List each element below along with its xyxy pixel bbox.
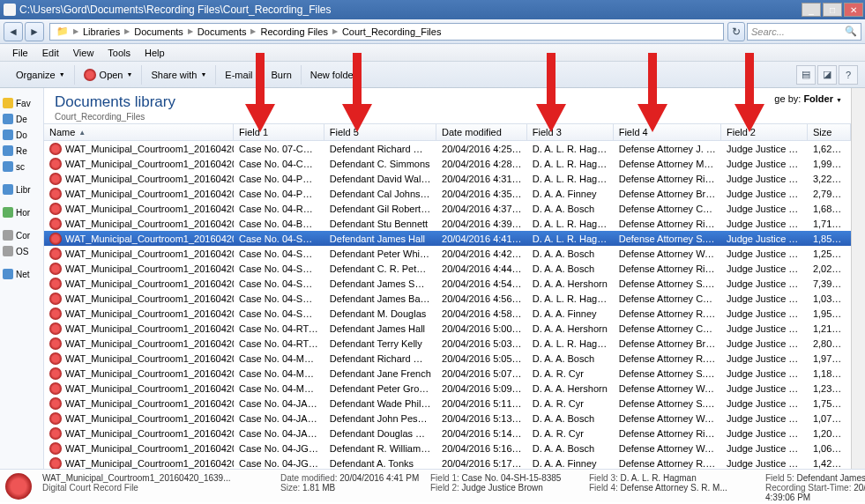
preview-pane-button[interactable]: ◪ (817, 65, 837, 85)
breadcrumb[interactable]: 📁▶Libraries▶Documents▶Documents▶Recordin… (49, 23, 724, 41)
table-row[interactable]: WAT_Municipal_Courtroom1_20160420_165835… (44, 321, 851, 336)
sidebar-item[interactable]: Hor (0, 204, 43, 220)
close-button[interactable]: ✕ (844, 3, 863, 17)
crumb-root[interactable]: 📁 (54, 26, 71, 37)
menu-file[interactable]: File (5, 48, 35, 58)
email-button[interactable]: E-mail (216, 65, 262, 85)
cell-name: WAT_Municipal_Courtroom1_20160420_164446… (44, 278, 234, 290)
organize-button[interactable]: Organize ▼ (7, 65, 75, 85)
table-row[interactable]: WAT_Municipal_Courtroom1_20160420_170557… (44, 366, 851, 381)
table-row[interactable]: WAT_Municipal_Courtroom1_20160420_162255… (44, 141, 851, 156)
column-header[interactable]: Field 2 (721, 124, 808, 140)
sidebar-item[interactable]: Cor (0, 227, 43, 243)
table-row[interactable]: WAT_Municipal_Courtroom1_20160420_165606… (44, 306, 851, 321)
sidebar-item-label: Hor (16, 208, 30, 218)
column-header[interactable]: Field 1 (234, 124, 324, 140)
column-header[interactable]: Date modified (436, 124, 527, 140)
forward-button[interactable]: ► (25, 22, 44, 41)
cell-field5: Defendant A. Tonks (324, 458, 436, 469)
maximize-button[interactable]: □ (823, 3, 842, 17)
cell-field3: D. A. A. Hershorn (527, 383, 614, 394)
sidebar-item[interactable]: sc (0, 159, 43, 174)
table-row[interactable]: WAT_Municipal_Courtroom1_20160420_162834… (44, 171, 851, 186)
table-row[interactable]: WAT_Municipal_Courtroom1_20160420_171440… (44, 441, 851, 456)
dcr-file-icon (49, 233, 62, 245)
menu-view[interactable]: View (66, 48, 101, 58)
cell-field4: Defense Attorney R. Gannon (614, 308, 721, 319)
cell-field3: D. A. A. Bosch (527, 204, 614, 214)
minimize-button[interactable]: _ (802, 3, 821, 17)
table-row[interactable]: WAT_Municipal_Courtroom1_20160420_163152… (44, 186, 851, 201)
menu-tools[interactable]: Tools (101, 48, 138, 58)
column-header[interactable]: Name▲ (44, 124, 234, 140)
menubar: FileEditViewToolsHelp (0, 44, 865, 62)
table-row[interactable]: WAT_Municipal_Courtroom1_20160420_164446… (44, 276, 851, 291)
cell-name: WAT_Municipal_Courtroom1_20160420_165835… (44, 322, 234, 335)
file-list[interactable]: WAT_Municipal_Courtroom1_20160420_162255… (44, 141, 851, 469)
crumb[interactable]: Documents (195, 26, 250, 37)
table-row[interactable]: WAT_Municipal_Courtroom1_20160420_171154… (44, 411, 851, 426)
cell-field4: Defense Attorney S. R. Mac... (614, 398, 721, 409)
table-row[interactable]: WAT_Municipal_Courtroom1_20160420_170004… (44, 336, 851, 351)
dcr-file-icon (49, 218, 62, 230)
cell-field4: Defense Attorney Carla Wri... (614, 323, 721, 334)
cell-field2: Judge Justice Right (721, 263, 808, 274)
sidebar-item-label: OS (16, 247, 28, 256)
view-button[interactable]: ▤ (796, 65, 816, 85)
sidebar-item[interactable]: Do (0, 127, 43, 143)
sidebar-item[interactable]: De (0, 111, 43, 127)
table-row[interactable]: WAT_Municipal_Courtroom1_20160420_164102… (44, 246, 851, 261)
sidebar-item[interactable]: Re (0, 143, 43, 159)
help-button[interactable]: ? (839, 65, 858, 85)
folder-icon (3, 207, 13, 218)
open-button[interactable]: Open ▼ (75, 65, 143, 85)
back-button[interactable]: ◄ (4, 22, 23, 41)
table-row[interactable]: WAT_Municipal_Courtroom1_20160420_170914… (44, 396, 851, 411)
table-row[interactable]: WAT_Municipal_Courtroom1_20160420_171312… (44, 426, 851, 441)
menu-help[interactable]: Help (138, 48, 172, 58)
share-button[interactable]: Share with ▼ (142, 65, 216, 85)
column-header[interactable]: Field 3 (527, 124, 614, 140)
menu-edit[interactable]: Edit (35, 48, 66, 58)
cell-size: 1,858 KB (808, 233, 851, 244)
crumb[interactable]: Documents (131, 26, 186, 37)
sidebar-item[interactable]: OS (0, 243, 43, 259)
crumb[interactable]: Court_Recording_Files (339, 26, 444, 37)
cell-name: WAT_Municipal_Courtroom1_20160420_163518… (44, 203, 234, 215)
cell-field3: D. A. A. Bosch (527, 248, 614, 259)
cell-date: 20/04/2016 4:56 PM (436, 293, 527, 304)
table-row[interactable]: WAT_Municipal_Courtroom1_20160420_170736… (44, 381, 851, 396)
search-input[interactable]: Searc... 🔍 (747, 23, 861, 41)
table-row[interactable]: WAT_Municipal_Courtroom1_20160420_163714… (44, 216, 851, 231)
sidebar-item[interactable]: Net (0, 266, 43, 282)
table-row[interactable]: WAT_Municipal_Courtroom1_20160420_171608… (44, 456, 851, 469)
cell-field3: D. A. A. Bosch (527, 443, 614, 454)
cell-size: 2,021 KB (808, 263, 851, 274)
column-header[interactable]: Field 5 (324, 124, 436, 140)
sidebar-item[interactable]: Libr (0, 182, 43, 197)
refresh-button[interactable]: ↻ (727, 22, 745, 41)
newfolder-button[interactable]: New folde (302, 65, 362, 85)
arrange-by[interactable]: ge by: Folder ▼ (774, 93, 842, 104)
table-row[interactable]: WAT_Municipal_Courtroom1_20160420_162519… (44, 156, 851, 171)
table-row[interactable]: WAT_Municipal_Courtroom1_20160420_163518… (44, 201, 851, 216)
table-row[interactable]: WAT_Municipal_Courtroom1_20160420_170331… (44, 351, 851, 366)
column-header[interactable]: Size (808, 124, 851, 140)
burn-button[interactable]: Burn (263, 65, 302, 85)
cell-field2: Judge Justice Brown (721, 293, 808, 304)
cell-size: 1,990 KB (808, 159, 851, 169)
table-row[interactable]: WAT_Municipal_Courtroom1_20160420_164228… (44, 261, 851, 276)
column-header[interactable]: Field 4 (614, 124, 721, 140)
cell-size: 1,250 KB (808, 248, 851, 259)
table-row[interactable]: WAT_Municipal_Courtroom1_20160420_165447… (44, 291, 851, 306)
cell-name: WAT_Municipal_Courtroom1_20160420_162834… (44, 173, 234, 185)
crumb[interactable]: Libraries (80, 26, 123, 37)
crumb[interactable]: Recording Files (257, 26, 330, 37)
scrollbar[interactable] (851, 88, 865, 469)
cell-field1: Case No. 04-RT-16-7690 (234, 338, 324, 349)
table-row[interactable]: WAT_Municipal_Courtroom1_20160420_163905… (44, 231, 851, 246)
sidebar-item[interactable]: Fav (0, 95, 43, 111)
cell-field1: Case No. 04-SH-15-8385 (234, 233, 324, 244)
cell-field2: Judge Justice Brown (721, 174, 808, 184)
search-icon: 🔍 (845, 26, 857, 37)
